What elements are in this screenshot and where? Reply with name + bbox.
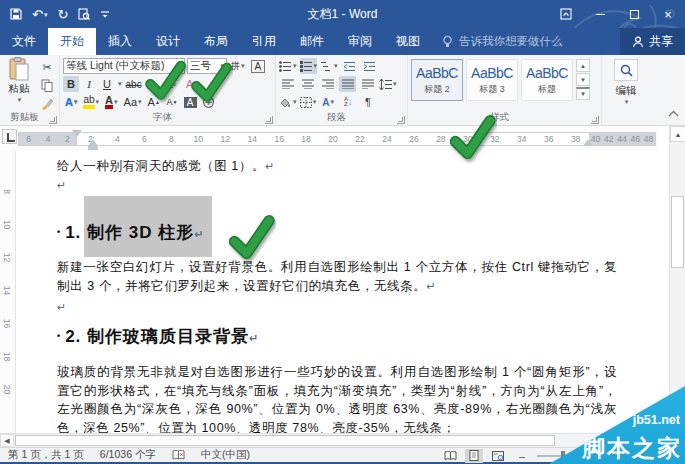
text-highlight-button[interactable]: ab▾ bbox=[81, 94, 101, 110]
proofing-status[interactable] bbox=[164, 450, 193, 461]
bold-button[interactable]: B bbox=[63, 76, 79, 92]
tab-view[interactable]: 视图 bbox=[384, 28, 432, 55]
print-preview-button[interactable] bbox=[78, 8, 90, 20]
font-color-caret-icon[interactable]: ▾ bbox=[114, 98, 118, 106]
heading-2[interactable]: •2. 制作玻璃质目录背景↵ bbox=[57, 325, 258, 348]
subscript-button[interactable]: x₂ bbox=[146, 76, 162, 92]
page-indicator[interactable]: 第 1 页，共 1 页 bbox=[0, 448, 92, 462]
line-spacing-caret-icon[interactable]: ▾ bbox=[393, 80, 397, 88]
font-dialog-launcher[interactable] bbox=[265, 116, 273, 124]
undo-caret-icon[interactable]: ▾ bbox=[44, 11, 48, 18]
tab-home[interactable]: 开始 bbox=[48, 28, 96, 55]
format-painter-button[interactable] bbox=[38, 95, 56, 111]
clear-formatting-button[interactable]: A bbox=[182, 76, 198, 92]
hanging-indent-marker[interactable] bbox=[88, 139, 98, 146]
styles-scroll-down-button[interactable]: ▼ bbox=[576, 73, 590, 86]
first-line-indent-marker[interactable] bbox=[72, 130, 82, 137]
scroll-left-button[interactable]: ◀ bbox=[0, 434, 14, 447]
align-right-button[interactable] bbox=[319, 76, 336, 92]
styles-dialog-launcher[interactable] bbox=[591, 116, 599, 124]
style-heading-2[interactable]: AaBbC 标题 2 bbox=[411, 59, 463, 101]
italic-button[interactable]: I bbox=[81, 76, 97, 92]
paragraph-dialog-launcher[interactable] bbox=[397, 116, 405, 124]
text-effects-caret-icon[interactable]: ▾ bbox=[74, 98, 78, 106]
ribbon-display-options-button[interactable] bbox=[549, 0, 583, 28]
save-button[interactable] bbox=[10, 8, 22, 20]
empty-paragraph-2[interactable]: ↵ bbox=[57, 298, 617, 317]
underline-caret-icon[interactable]: ▾ bbox=[118, 80, 122, 88]
font-name-combo[interactable]: 等线 Light (中文标题) ▾ bbox=[63, 58, 185, 74]
close-button[interactable]: × bbox=[651, 0, 685, 28]
right-indent-marker[interactable] bbox=[583, 139, 593, 146]
bullets-button[interactable]: ▾ bbox=[279, 58, 297, 74]
align-left-button[interactable] bbox=[279, 76, 296, 92]
share-button[interactable]: 共享 bbox=[620, 28, 685, 55]
change-case-button[interactable]: Aa▾ bbox=[122, 94, 144, 110]
web-layout-button[interactable] bbox=[489, 449, 507, 463]
show-hide-marks-button[interactable]: ¶ bbox=[360, 94, 377, 110]
character-shading-button[interactable]: A bbox=[182, 94, 199, 110]
word-count[interactable]: 6/1036 个字 bbox=[92, 448, 164, 462]
style-heading-3[interactable]: AaBbC 标题 3 bbox=[466, 59, 518, 101]
copy-button[interactable] bbox=[38, 77, 56, 93]
grow-font-button[interactable]: A▲ bbox=[146, 94, 162, 110]
maximize-button[interactable] bbox=[617, 0, 651, 28]
edit-search-button[interactable] bbox=[614, 59, 638, 81]
tell-me-box[interactable]: 告诉我你想要做什么 bbox=[432, 28, 573, 55]
tab-references[interactable]: 引用 bbox=[240, 28, 288, 55]
character-border-button[interactable]: A bbox=[249, 58, 268, 74]
paste-button[interactable]: 粘贴 ▾ bbox=[3, 57, 35, 111]
empty-paragraph-1[interactable]: ↵ bbox=[57, 176, 617, 195]
strikethrough-button[interactable]: abc bbox=[124, 76, 144, 92]
asian-layout-caret-icon[interactable]: ▾ bbox=[330, 98, 334, 106]
distribute-button[interactable] bbox=[359, 76, 376, 92]
print-layout-button[interactable] bbox=[465, 449, 483, 463]
text-effects-button[interactable]: A▾ bbox=[63, 94, 79, 110]
horizontal-scroll-thumb[interactable] bbox=[15, 435, 555, 446]
tab-mailings[interactable]: 邮件 bbox=[288, 28, 336, 55]
clipboard-dialog-launcher[interactable] bbox=[49, 116, 57, 124]
styles-more-button[interactable]: ▼ bbox=[576, 87, 590, 100]
superscript-button[interactable]: x² bbox=[164, 76, 180, 92]
phonetic-guide-button[interactable]: 拼▾ bbox=[229, 58, 247, 74]
line-spacing-button[interactable]: ▾ bbox=[379, 76, 397, 92]
tab-file[interactable]: 文件 bbox=[0, 28, 48, 55]
sort-button[interactable]: AZ↓ bbox=[340, 94, 357, 110]
read-mode-button[interactable] bbox=[441, 449, 459, 463]
horizontal-ruler[interactable]: 642 2468101214161820222426283032343638 4… bbox=[18, 132, 656, 146]
font-size-combo[interactable]: 三号 ▾ bbox=[187, 58, 227, 74]
tab-review[interactable]: 审阅 bbox=[336, 28, 384, 55]
shading-caret-icon[interactable]: ▾ bbox=[293, 98, 297, 106]
vertical-scroll-thumb[interactable] bbox=[671, 196, 684, 268]
numbering-button[interactable]: ▾ bbox=[300, 58, 318, 74]
align-center-button[interactable] bbox=[299, 76, 316, 92]
font-size-caret-icon[interactable]: ▾ bbox=[220, 62, 224, 70]
decrease-indent-button[interactable] bbox=[341, 58, 358, 74]
font-color-button[interactable]: A▾ bbox=[103, 94, 119, 110]
paragraph-3[interactable]: 玻璃质的背景无非就是对自选图形进行一些巧妙的设置。利用自选图形绘制 1 个“圆角… bbox=[57, 363, 617, 433]
highlight-caret-icon[interactable]: ▾ bbox=[96, 98, 100, 106]
paste-caret-icon[interactable]: ▾ bbox=[18, 96, 22, 104]
enclose-characters-button[interactable]: 字 bbox=[201, 94, 217, 110]
undo-button[interactable]: ↶▾ bbox=[32, 8, 47, 21]
shrink-font-button[interactable]: A▼ bbox=[164, 94, 180, 110]
styles-scroll-up-button[interactable]: ▲ bbox=[576, 59, 590, 72]
change-case-caret-icon[interactable]: ▾ bbox=[138, 98, 142, 106]
style-title[interactable]: AaBbC 标题 bbox=[521, 59, 573, 101]
heading-1[interactable]: •1. 制作 3D 柱形↵ bbox=[57, 221, 203, 244]
zoom-out-button[interactable]: – bbox=[513, 449, 531, 463]
bullets-caret-icon[interactable]: ▾ bbox=[293, 62, 297, 70]
horizontal-scrollbar[interactable]: ◀ bbox=[0, 433, 685, 447]
phonetic-caret-icon[interactable]: ▾ bbox=[241, 62, 245, 70]
justify-button[interactable] bbox=[339, 76, 356, 92]
redo-button[interactable]: ↻ bbox=[57, 8, 68, 21]
collapse-ribbon-button[interactable] bbox=[668, 103, 679, 121]
cut-button[interactable]: ✂ bbox=[38, 59, 56, 75]
tab-design[interactable]: 设计 bbox=[144, 28, 192, 55]
numbering-caret-icon[interactable]: ▾ bbox=[314, 62, 318, 70]
tab-layout[interactable]: 布局 bbox=[192, 28, 240, 55]
multilevel-caret-icon[interactable]: ▾ bbox=[334, 62, 338, 70]
minimize-button[interactable] bbox=[583, 0, 617, 28]
asian-layout-button[interactable]: A▾ bbox=[320, 94, 337, 110]
tab-selector-button[interactable] bbox=[2, 129, 17, 144]
